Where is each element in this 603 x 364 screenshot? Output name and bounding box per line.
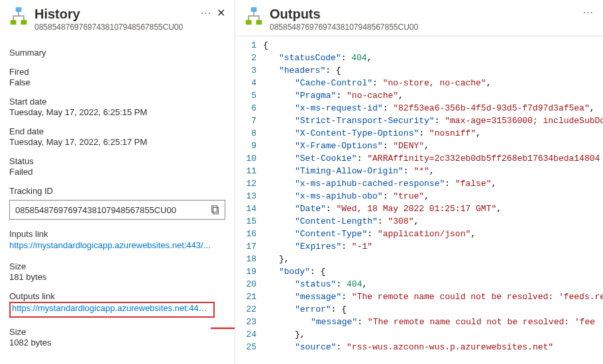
outputs-link-highlight: https://mystandardlogicapp.azurewebsites… xyxy=(9,302,215,318)
svg-rect-0 xyxy=(16,7,22,12)
logic-app-icon xyxy=(245,7,263,25)
close-icon[interactable]: ✕ xyxy=(217,8,225,19)
inputs-size-label: Size xyxy=(9,261,225,271)
json-editor[interactable]: 1234567891011121314151617181920212223242… xyxy=(235,36,603,364)
svg-rect-2 xyxy=(21,20,27,24)
fired-label: Fired xyxy=(9,67,225,77)
tracking-id-field xyxy=(9,200,225,220)
callout-arrow-icon xyxy=(211,323,235,334)
history-header: History 08585487697697438107948567855CU0… xyxy=(9,5,225,37)
start-date-value: Tuesday, May 17, 2022, 6:25:15 PM xyxy=(9,107,225,117)
svg-rect-3 xyxy=(213,208,218,214)
inputs-link-label: Inputs link xyxy=(9,229,225,239)
line-gutter: 1234567891011121314151617181920212223242… xyxy=(235,36,262,364)
outputs-size-value: 1082 bytes xyxy=(9,338,225,347)
logic-app-icon xyxy=(9,7,28,25)
outputs-panel: Outputs 08585487697697438107948567855CU0… xyxy=(235,0,603,364)
fired-value: False xyxy=(9,77,225,87)
end-date-value: Tuesday, May 17, 2022, 6:25:17 PM xyxy=(9,137,225,147)
outputs-header: Outputs 08585487697697438107948567855CU0… xyxy=(235,0,603,36)
history-panel: History 08585487697697438107948567855CU0… xyxy=(0,0,235,364)
svg-rect-1 xyxy=(11,20,17,24)
summary-label: Summary xyxy=(9,48,225,58)
more-icon[interactable]: ··· xyxy=(583,8,594,17)
end-date-label: End date xyxy=(9,126,225,136)
inputs-link[interactable]: https://mystandardlogicapp.azurewebsites… xyxy=(9,240,211,250)
start-date-label: Start date xyxy=(9,97,225,107)
history-title: History xyxy=(34,5,194,23)
copy-icon[interactable] xyxy=(205,201,225,219)
outputs-subtitle: 08585487697697438107948567855CU00 xyxy=(270,23,576,32)
outputs-link-label: Outputs link xyxy=(9,291,225,301)
outputs-title: Outputs xyxy=(270,5,576,23)
svg-rect-9 xyxy=(256,20,262,24)
more-icon[interactable]: ··· xyxy=(201,9,211,18)
status-value: Failed xyxy=(9,167,225,177)
tracking-id-input[interactable] xyxy=(10,203,205,218)
svg-rect-4 xyxy=(211,206,217,212)
outputs-size-label: Size xyxy=(9,327,225,337)
status-label: Status xyxy=(9,156,225,166)
outputs-link[interactable]: https://mystandardlogicapp.azurewebsites… xyxy=(12,303,212,313)
code-content[interactable]: {"statusCode": 404,"headers": {"Cache-Co… xyxy=(262,36,603,364)
history-subtitle: 08585487697697438107948567855CU00 xyxy=(34,23,194,32)
inputs-size-value: 181 bytes xyxy=(9,272,225,282)
svg-rect-8 xyxy=(246,20,252,24)
svg-rect-7 xyxy=(251,7,257,12)
tracking-id-label: Tracking ID xyxy=(9,186,225,196)
